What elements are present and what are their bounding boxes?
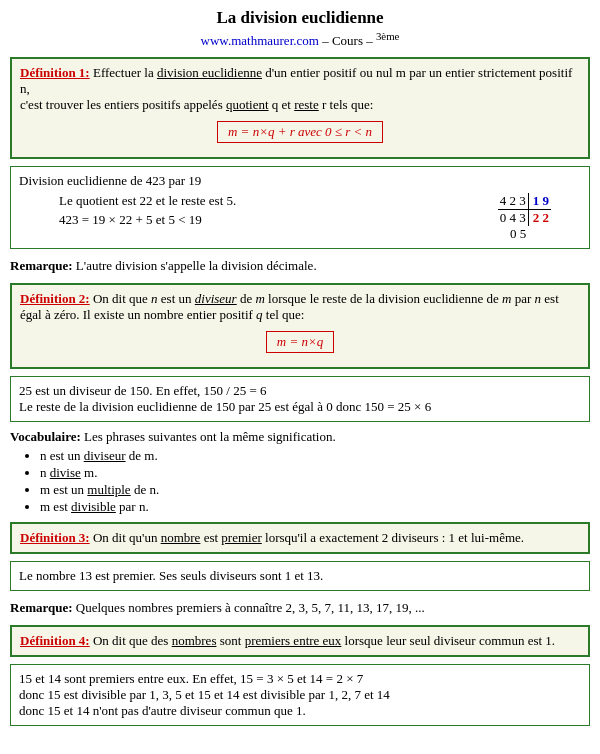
- remark1-text: L'autre division s'appelle la division d…: [73, 258, 317, 273]
- vocab-list: n est un diviseur de m. n divise m. m es…: [40, 448, 590, 515]
- vocab-text: Les phrases suivantes ont la même signif…: [81, 429, 336, 444]
- remark1-label: Remarque:: [10, 258, 73, 273]
- definition-1-box: Définition 1: Effectuer la division eucl…: [10, 57, 590, 159]
- example1-calc: 4 2 3 1 9 0 4 3 2 2 0 5: [498, 193, 551, 242]
- def1-text-mid3: q et: [269, 97, 295, 112]
- def2-formula: m = n×q: [266, 331, 334, 353]
- definition-3-text: Définition 3: On dit qu'un nombre est pr…: [20, 530, 580, 546]
- example-4-box: 15 et 14 sont premiers entre eux. En eff…: [10, 664, 590, 726]
- def2-text4: lorsque le reste de la division euclidie…: [265, 291, 502, 306]
- def3-term1: nombre: [161, 530, 201, 545]
- example4-line2: donc 15 est divisible par 1, 3, 5 et 15 …: [19, 687, 581, 703]
- website-link[interactable]: www.mathmaurer.com: [201, 33, 319, 48]
- subtitle-end: 3ème: [376, 30, 399, 42]
- vocab-item-4: m est divisible par n.: [40, 499, 590, 515]
- calc-row2: 0 4 3 2 2: [498, 210, 551, 227]
- definition-4-text: Définition 4: On dit que des nombres son…: [20, 633, 580, 649]
- def3-text3: lorsqu'il a exactement 2 diviseurs : 1 e…: [262, 530, 524, 545]
- def1-term2: quotient: [226, 97, 269, 112]
- def4-term1: nombres: [172, 633, 217, 648]
- vocab-item-2: n divise m.: [40, 465, 590, 481]
- definition-3-box: Définition 3: On dit qu'un nombre est pr…: [10, 522, 590, 554]
- def3-term2: premier: [221, 530, 261, 545]
- vocab-item-3: m est un multiple de n.: [40, 482, 590, 498]
- def1-term3: reste: [294, 97, 319, 112]
- definition-1-text: Définition 1: Effectuer la division eucl…: [20, 65, 580, 113]
- calc-dividend: 4 2 3: [498, 193, 529, 210]
- def2-term3: m: [255, 291, 264, 306]
- example-2-box: 25 est un diviseur de 150. En effet, 150…: [10, 376, 590, 422]
- example3-text: Le nombre 13 est premier. Ses seuls divi…: [19, 568, 581, 584]
- def4-label: Définition 4:: [20, 633, 90, 648]
- calc-row3: 0 5: [498, 226, 551, 242]
- def4-term2: premiers entre eux: [245, 633, 342, 648]
- def1-formula: m = n×q + r avec 0 ≤ r < n: [217, 121, 383, 143]
- example1-text: Le quotient est 22 et le reste est 5. 42…: [19, 193, 498, 228]
- def4-text2: sont: [216, 633, 244, 648]
- def2-text8: tel que:: [263, 307, 305, 322]
- calc-empty: [528, 226, 551, 242]
- example1-line2: 423 = 19 × 22 + 5 et 5 < 19: [59, 212, 498, 228]
- page-title: La division euclidienne www.mathmaurer.c…: [10, 8, 590, 49]
- calc-divisor: 1 9: [528, 193, 551, 210]
- def1-text-before: Effectuer la: [90, 65, 157, 80]
- def1-formula-center: m = n×q + r avec 0 ≤ r < n: [20, 117, 580, 147]
- vocab-label: Vocabulaire:: [10, 429, 81, 444]
- vocab-item-1: n est un diviseur de m.: [40, 448, 590, 464]
- def2-label: Définition 2:: [20, 291, 90, 306]
- def2-text2: est un: [158, 291, 195, 306]
- def1-text-mid2: c'est trouver les entiers positifs appel…: [20, 97, 226, 112]
- calc-row1: 4 2 3 1 9: [498, 193, 551, 210]
- example4-line1: 15 et 14 sont premiers entre eux. En eff…: [19, 671, 581, 687]
- subtitle-middle: – Cours –: [319, 33, 376, 48]
- remark2-label: Remarque:: [10, 600, 73, 615]
- example-3-box: Le nombre 13 est premier. Ses seuls divi…: [10, 561, 590, 591]
- example1-layout: Le quotient est 22 et le reste est 5. 42…: [19, 193, 581, 242]
- def2-text3: de: [237, 291, 256, 306]
- remark-1: Remarque: L'autre division s'appelle la …: [10, 256, 590, 276]
- def1-label: Définition 1:: [20, 65, 90, 80]
- calc-table: 4 2 3 1 9 0 4 3 2 2 0 5: [498, 193, 551, 242]
- def3-label: Définition 3:: [20, 530, 90, 545]
- definition-4-box: Définition 4: On dit que des nombres son…: [10, 625, 590, 657]
- calc-remainder2: 0 5: [498, 226, 529, 242]
- example2-line2: Le reste de la division euclidienne de 1…: [19, 399, 581, 415]
- example4-line3: donc 15 et 14 n'ont pas d'autre diviseur…: [19, 703, 581, 719]
- def2-text5: par: [511, 291, 534, 306]
- example-1-box: Division euclidienne de 423 par 19 Le qu…: [10, 166, 590, 249]
- remark-2: Remarque: Quelques nombres premiers à co…: [10, 598, 590, 618]
- def2-text1: On dit que: [90, 291, 151, 306]
- example2-line1: 25 est un diviseur de 150. En effet, 150…: [19, 383, 581, 399]
- calc-remainder1: 0 4 3: [498, 210, 529, 227]
- def3-text2: est: [200, 530, 221, 545]
- def2-term2: diviseur: [195, 291, 237, 306]
- def1-text-mid4: r tels que:: [319, 97, 374, 112]
- def3-text: On dit qu'un: [90, 530, 161, 545]
- example1-line1: Le quotient est 22 et le reste est 5.: [59, 193, 498, 209]
- remark2-text: Quelques nombres premiers à connaître 2,…: [73, 600, 425, 615]
- def4-text: On dit que des: [90, 633, 172, 648]
- def2-formula-center: m = n×q: [20, 327, 580, 357]
- def4-text3: lorsque leur seul diviseur commun est 1.: [341, 633, 555, 648]
- vocabulary-section: Vocabulaire: Les phrases suivantes ont l…: [10, 429, 590, 515]
- example1-title: Division euclidienne de 423 par 19: [19, 173, 581, 189]
- calc-quotient: 2 2: [528, 210, 551, 227]
- definition-2-text: Définition 2: On dit que n est un divise…: [20, 291, 580, 323]
- def2-text7: égal à zéro. Il existe un nombre entier …: [20, 307, 256, 322]
- definition-2-box: Définition 2: On dit que n est un divise…: [10, 283, 590, 369]
- def2-text6: est: [541, 291, 559, 306]
- def1-term1: division euclidienne: [157, 65, 262, 80]
